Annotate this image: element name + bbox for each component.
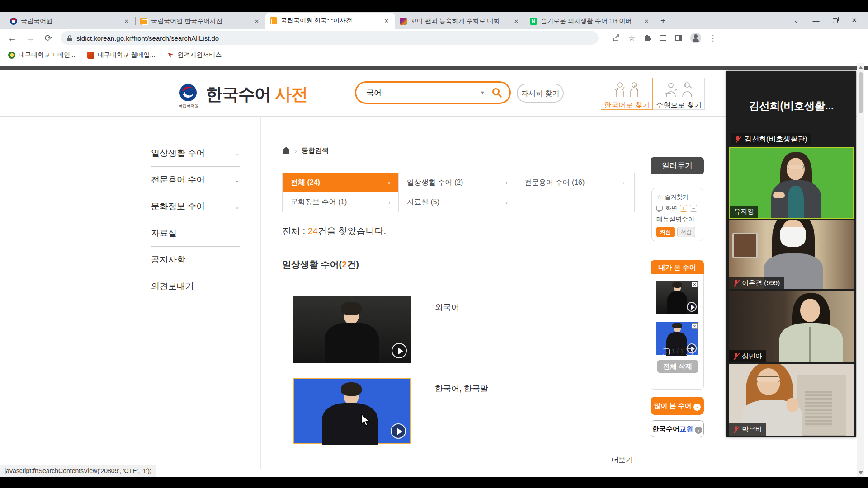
participant-video-leeeungyeol[interactable]: 이은결 (999) (729, 220, 854, 289)
tab-daily[interactable]: 일상생활 수어 (2)› (399, 173, 516, 192)
breadcrumb-current: 통합검색 (302, 146, 329, 155)
tab-jtbc[interactable]: 꼬마 팬과 능숙하게 수화로 대화 ✕ (395, 14, 525, 29)
search-icon[interactable] (491, 87, 502, 98)
nav-culture-sign[interactable]: 문화정보 수어⌄ (151, 193, 240, 220)
result-video-thumbnail[interactable] (293, 296, 411, 363)
page-top-strip (0, 66, 868, 70)
bookmark-favicon-icon (87, 52, 94, 59)
search-input[interactable]: 국어 (366, 88, 480, 98)
nav-feedback[interactable]: 의견보내기 (151, 273, 240, 300)
bookmark-daegu-webmail[interactable]: 대구대학교 웹메일... (87, 51, 156, 59)
result-tabs: 전체 (24)› 일상생활 수어 (2)› 전문용어 수어 (16)› 문화정보… (282, 173, 635, 212)
section-suffix: 건) (347, 259, 359, 269)
close-icon[interactable]: ✕ (692, 323, 698, 329)
tab-culture[interactable]: 문화정보 수어 (1)› (283, 192, 399, 212)
pager-prev-button[interactable]: ‹ (663, 348, 670, 355)
scroll-down-icon[interactable] (859, 471, 863, 474)
dropdown-caret-icon[interactable]: ▼ (480, 90, 485, 95)
zoom-in-button[interactable]: + (680, 205, 687, 212)
tab-naver[interactable]: 슬기로운 의사생활 수어 : 네이버 ✕ (525, 14, 655, 29)
bookmark-daegu-main[interactable]: 대구대학교 + 메인... (8, 51, 75, 59)
tab-all[interactable]: 전체 (24)› (283, 173, 399, 192)
tab-close-icon[interactable]: ✕ (642, 18, 651, 25)
delete-all-button[interactable]: 전체 삭제 (657, 360, 698, 373)
toolbar-actions: ☆ ☰ ⋮ (612, 33, 717, 43)
play-icon[interactable] (392, 343, 407, 358)
profile-avatar[interactable] (690, 33, 701, 43)
glasses (756, 376, 780, 382)
tab-close-icon[interactable]: ✕ (512, 18, 520, 25)
screen-zoom-row: 화면+− (656, 204, 703, 212)
tab-label: 자료실 (5) (407, 197, 439, 207)
scroll-up-icon[interactable] (859, 66, 863, 69)
restore-button[interactable] (833, 18, 838, 23)
result-video-thumbnail-selected[interactable] (293, 378, 411, 444)
play-icon[interactable] (391, 423, 406, 439)
nav-label: 전문용어 수어 (151, 174, 205, 186)
tab-close-icon[interactable]: ✕ (382, 18, 391, 24)
detail-search-button[interactable]: 자세히 찾기 (517, 84, 564, 103)
nav-daily-sign[interactable]: 일상생활 수어⌄ (151, 140, 240, 167)
participant-video-yujiyoung[interactable]: 유지영 (729, 147, 854, 219)
tab-sldict-1[interactable]: 국립국어원 한국수어사전 ✕ (136, 14, 265, 29)
share-icon[interactable] (612, 34, 620, 42)
result-title-foreign-language[interactable]: 외국어 (435, 302, 459, 313)
play-icon[interactable] (687, 302, 697, 312)
favorite-row[interactable]: ☆즐겨찾기 (656, 193, 703, 201)
nav-archive[interactable]: 자료실 (151, 220, 240, 247)
tab-nikl[interactable]: 국립국어원 ✕ (5, 14, 135, 29)
participant-video-bakeunbi[interactable]: 박은비 (729, 364, 854, 436)
tab-close-icon[interactable]: ✕ (253, 18, 261, 25)
tab-archive[interactable]: 자료실 (5)› (399, 192, 516, 212)
toggle-off-button[interactable]: 꺼짐 (677, 227, 695, 237)
bookmark-label: 원격지원서비스 (177, 51, 222, 59)
tab-sldict-2-active[interactable]: 국립국어원 한국수어사전 ✕ (265, 13, 395, 29)
glasses (788, 165, 804, 169)
close-icon[interactable]: ✕ (692, 282, 698, 287)
nav-notice[interactable]: 공지사항 (151, 247, 240, 273)
scrollbar[interactable] (857, 63, 864, 477)
meeting-panel: 김선희(비호생활... 김선희(비호생활관) 유지영 이은결 (999) (726, 71, 856, 437)
star-icon: ☆ (656, 193, 662, 201)
playlist-icon[interactable]: ☰ (660, 33, 666, 43)
side-panel-icon[interactable] (675, 35, 682, 41)
tab-terminology[interactable]: 전문용어 수어 (16)› (516, 173, 632, 192)
emblem-caption: 국립국어원 (177, 103, 200, 109)
chevron-down-icon[interactable]: ⌄ (793, 16, 799, 24)
new-tab-button[interactable]: + (660, 16, 666, 26)
nav-terminology-sign[interactable]: 전문용어 수어⌄ (151, 167, 240, 193)
participant-video-seongmina[interactable]: 성민아 (729, 291, 854, 362)
find-by-korean-button[interactable]: 한국어로 찾기 (601, 78, 653, 110)
guide-button[interactable]: 일러두기 (651, 157, 704, 174)
search-box[interactable]: 국어 ▼ (355, 81, 511, 104)
close-button[interactable]: ✕ (851, 16, 857, 24)
extensions-icon[interactable] (643, 34, 651, 42)
result-title-korean[interactable]: 한국어, 한국말 (435, 383, 488, 394)
bookmark-remote-support[interactable]: 원격지원서비스 (167, 51, 222, 59)
bookmark-star-icon[interactable]: ☆ (628, 33, 635, 43)
tab-close-icon[interactable]: ✕ (123, 18, 131, 25)
more-link[interactable]: 더보기 (611, 455, 633, 465)
sign-teacher-button[interactable]: 한국수어교원 › (651, 420, 704, 437)
reload-icon[interactable]: ⟳ (42, 33, 54, 43)
letterbox-bottom (0, 477, 868, 488)
tab-title: 국립국어원 (21, 17, 119, 25)
toggle-on-button[interactable]: 켜짐 (656, 227, 675, 237)
popular-signs-button[interactable]: 많이 본 수어 › (651, 397, 704, 415)
kebab-menu-icon[interactable]: ⋮ (709, 33, 717, 43)
forward-icon[interactable]: → (24, 33, 36, 43)
pager-next-button[interactable]: › (686, 348, 693, 355)
circle-arrow-icon: › (693, 404, 701, 411)
home-icon[interactable] (282, 147, 290, 155)
result-count-line: 전체 : 24건을 찾았습니다. (282, 225, 386, 237)
find-by-handshape-button[interactable]: 수형으로 찾기 (653, 78, 705, 110)
address-bar[interactable]: sldict.korean.go.kr/front/search/searchA… (61, 31, 599, 45)
zoom-out-button[interactable]: − (690, 205, 697, 212)
my-sign-thumbnail[interactable]: ✕ (656, 281, 698, 314)
site-logo[interactable]: 한국수어 사전 (206, 83, 307, 106)
nikl-favicon-icon (10, 18, 17, 25)
vent-grille (805, 391, 832, 427)
scrollbar-thumb[interactable] (859, 72, 863, 113)
back-icon[interactable]: ← (6, 33, 18, 43)
minimize-button[interactable]: — (812, 17, 819, 24)
